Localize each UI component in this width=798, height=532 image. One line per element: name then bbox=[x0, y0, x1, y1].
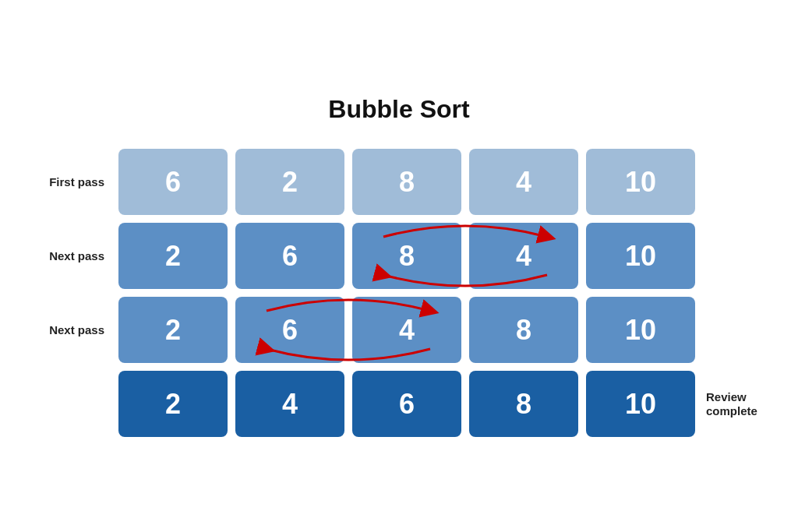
cell-r0-c1: 2 bbox=[235, 149, 344, 215]
cells-0: 628410 bbox=[118, 149, 695, 215]
cell-r1-c3: 4 bbox=[469, 223, 578, 289]
cell-r3-c3: 8 bbox=[469, 371, 578, 437]
page-title: Bubble Sort bbox=[328, 95, 469, 124]
row-1: Next pass268410 bbox=[25, 223, 773, 289]
cell-r0-c0: 6 bbox=[118, 149, 228, 215]
cell-r2-c0: 2 bbox=[118, 297, 228, 363]
row-3: 246810Review complete bbox=[25, 371, 773, 437]
cells-2: 264810 bbox=[118, 297, 695, 363]
row-0: First pass628410 bbox=[25, 149, 773, 215]
cells-1: 268410 bbox=[118, 223, 695, 289]
row-label-1: Next pass bbox=[25, 249, 118, 263]
cell-r3-c4: 10 bbox=[586, 371, 695, 437]
row-2: Next pass264810 bbox=[25, 297, 773, 363]
cell-r1-c0: 2 bbox=[118, 223, 228, 289]
row-label-2: Next pass bbox=[25, 323, 118, 337]
cell-r3-c2: 6 bbox=[352, 371, 461, 437]
cell-r2-c1: 6 bbox=[235, 297, 344, 363]
cell-r0-c2: 8 bbox=[352, 149, 461, 215]
row-suffix-3: Review complete bbox=[695, 390, 773, 418]
cell-r0-c4: 10 bbox=[586, 149, 695, 215]
cell-r1-c1: 6 bbox=[235, 223, 344, 289]
cell-r1-c2: 8 bbox=[352, 223, 461, 289]
cell-r3-c1: 4 bbox=[235, 371, 344, 437]
cell-r0-c3: 4 bbox=[469, 149, 578, 215]
cell-r2-c3: 8 bbox=[469, 297, 578, 363]
main-container: Bubble Sort First pass628410Next pass268… bbox=[25, 95, 773, 437]
grid: First pass628410Next pass268410 Next pas… bbox=[25, 149, 773, 437]
cell-r1-c4: 10 bbox=[586, 223, 695, 289]
cell-r2-c4: 10 bbox=[586, 297, 695, 363]
cell-r3-c0: 2 bbox=[118, 371, 228, 437]
cell-r2-c2: 4 bbox=[352, 297, 461, 363]
cells-3: 246810 bbox=[118, 371, 695, 437]
row-label-0: First pass bbox=[25, 175, 118, 189]
